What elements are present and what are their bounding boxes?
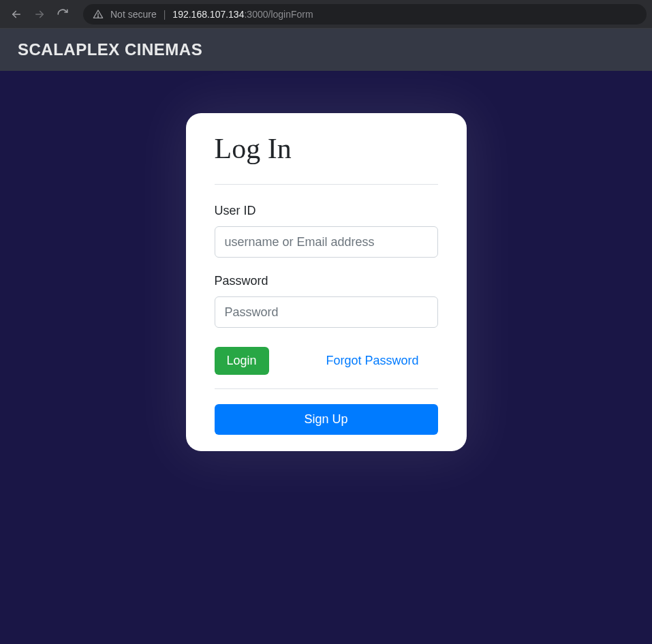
login-title: Log In — [215, 132, 438, 165]
main-content: Log In User ID Password Login Forgot Pas… — [0, 71, 652, 451]
forward-button[interactable] — [29, 3, 50, 25]
address-bar[interactable]: Not secure | 192.168.107.134:3000/loginF… — [83, 4, 647, 25]
forgot-password-link[interactable]: Forgot Password — [326, 352, 418, 370]
login-button[interactable]: Login — [215, 347, 269, 375]
user-id-input[interactable] — [215, 226, 438, 258]
divider-line — [215, 184, 438, 185]
not-secure-icon — [93, 9, 104, 20]
arrow-left-icon — [10, 8, 22, 20]
signup-button[interactable]: Sign Up — [215, 404, 438, 435]
brand-title: SCALAPLEX CINEMAS — [18, 40, 202, 59]
not-secure-label: Not secure — [110, 9, 157, 20]
url-host: 192.168.107.134 — [172, 9, 244, 20]
svg-point-0 — [97, 16, 98, 17]
user-id-label: User ID — [215, 204, 438, 218]
browser-toolbar: Not secure | 192.168.107.134:3000/loginF… — [0, 0, 652, 29]
url-text: 192.168.107.134:3000/loginForm — [172, 9, 313, 20]
action-row: Login Forgot Password — [215, 347, 438, 375]
reload-icon — [57, 8, 69, 20]
password-input[interactable] — [215, 296, 438, 328]
divider-line-2 — [215, 388, 438, 389]
arrow-right-icon — [33, 8, 46, 20]
url-rest: :3000/loginForm — [244, 9, 313, 20]
site-header: SCALAPLEX CINEMAS — [0, 29, 652, 71]
address-divider: | — [164, 9, 166, 20]
login-card: Log In User ID Password Login Forgot Pas… — [186, 113, 467, 451]
reload-button[interactable] — [52, 3, 74, 25]
password-label: Password — [215, 274, 438, 288]
back-button[interactable] — [5, 3, 27, 25]
